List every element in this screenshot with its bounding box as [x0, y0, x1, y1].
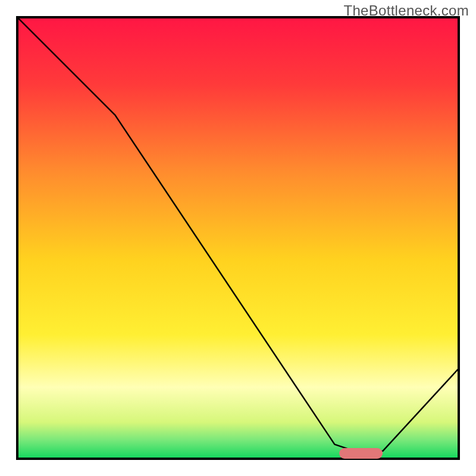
- chart-container: TheBottleneck.com: [0, 0, 476, 476]
- plot-border: [16, 16, 460, 460]
- watermark-text: TheBottleneck.com: [343, 2, 469, 19]
- optimal-range-marker: [339, 448, 383, 459]
